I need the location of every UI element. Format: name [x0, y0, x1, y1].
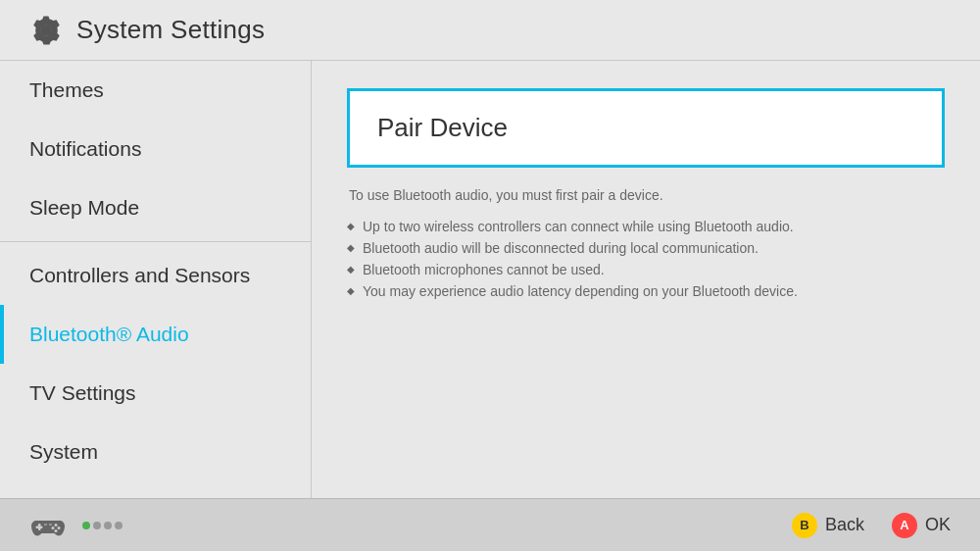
- sidebar-item-sleep-mode[interactable]: Sleep Mode: [0, 178, 311, 237]
- svg-rect-6: [44, 524, 47, 526]
- ok-button[interactable]: A OK: [892, 513, 951, 538]
- bullet-item-4: You may experience audio latency dependi…: [347, 283, 945, 299]
- dot-gray-1: [93, 522, 101, 529]
- bullet-item-3: Bluetooth microphones cannot be used.: [347, 262, 945, 277]
- svg-point-5: [55, 529, 58, 532]
- ok-label: OK: [925, 515, 951, 535]
- b-button-circle: B: [792, 513, 817, 538]
- sidebar-item-notifications[interactable]: Notifications: [0, 120, 311, 178]
- sidebar-divider: [0, 241, 311, 242]
- indicator-dots: [82, 522, 122, 529]
- dot-gray-3: [115, 522, 122, 529]
- svg-rect-1: [36, 526, 43, 528]
- gear-icon: [29, 14, 63, 47]
- sidebar-item-system[interactable]: System: [0, 423, 311, 481]
- svg-point-3: [58, 526, 61, 529]
- bullet-list: Up to two wireless controllers can conne…: [347, 219, 945, 299]
- sidebar-item-tv-settings[interactable]: TV Settings: [0, 364, 311, 423]
- footer-left: [29, 507, 122, 544]
- footer-right: B Back A OK: [792, 513, 951, 538]
- header: System Settings: [0, 0, 980, 61]
- pair-device-button[interactable]: Pair Device: [347, 88, 945, 168]
- content-description: To use Bluetooth audio, you must first p…: [347, 187, 945, 203]
- page-title: System Settings: [76, 15, 265, 45]
- sidebar-item-themes[interactable]: Themes: [0, 61, 311, 120]
- a-button-circle: A: [892, 513, 917, 538]
- footer: B Back A OK: [0, 498, 980, 551]
- controller-icon: [29, 507, 67, 544]
- sidebar-item-controllers-sensors[interactable]: Controllers and Sensors: [0, 246, 311, 305]
- main-layout: Themes Notifications Sleep Mode Controll…: [0, 61, 980, 498]
- svg-point-4: [52, 526, 55, 529]
- sidebar-item-bluetooth-audio[interactable]: Bluetooth® Audio: [0, 305, 311, 364]
- dot-green: [82, 522, 90, 529]
- content-area: Pair Device To use Bluetooth audio, you …: [312, 61, 980, 498]
- svg-rect-7: [49, 524, 52, 526]
- back-button[interactable]: B Back: [792, 513, 864, 538]
- bullet-item-2: Bluetooth audio will be disconnected dur…: [347, 240, 945, 256]
- svg-point-2: [55, 524, 58, 526]
- sidebar: Themes Notifications Sleep Mode Controll…: [0, 61, 312, 498]
- bullet-item-1: Up to two wireless controllers can conne…: [347, 219, 945, 234]
- back-label: Back: [825, 515, 864, 535]
- dot-gray-2: [104, 522, 112, 529]
